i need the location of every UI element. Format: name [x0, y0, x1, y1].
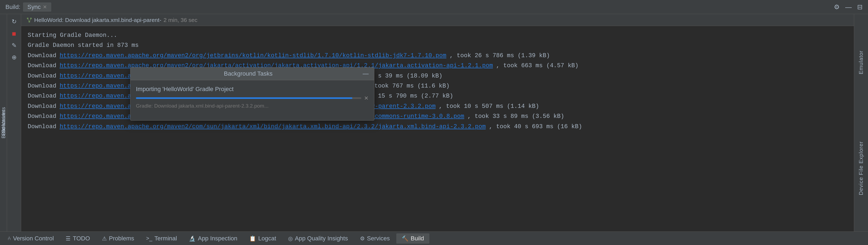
build-tab-icon: 🔨 — [402, 235, 408, 242]
app-inspection-tab-icon: 🔬 — [189, 235, 195, 242]
problems-tab-icon: ⚠ — [102, 235, 107, 242]
log-line: Starting Gradle Daemon... — [28, 30, 847, 40]
pin-icon[interactable]: ✎ — [9, 41, 19, 50]
log-line: Downloadhttps://repo.maven.apache.org/ma… — [28, 51, 847, 61]
build-tab-label: Build — [411, 235, 424, 242]
log-link[interactable]: https://repo.maven.apache.org/maven2/com… — [60, 122, 486, 132]
build-label: Build: — [5, 3, 20, 10]
todo-tab-label: TODO — [73, 235, 90, 242]
build-status-bar: HelloWorld: Download jakarta.xml.bind-ap… — [21, 14, 854, 26]
log-text: Starting Gradle Daemon... — [28, 30, 117, 40]
top-bar: Build: Sync ✕ ⚙ — ⊟ — [0, 0, 868, 14]
progress-cancel-button[interactable]: ✕ — [364, 95, 369, 101]
log-prefix: Download — [28, 91, 56, 101]
bg-task-label: Importing 'HelloWorld' Gradle Project — [136, 85, 369, 93]
log-suffix: , took 33 s 89 ms (3.56 kB) — [467, 111, 564, 121]
log-prefix: Download — [28, 111, 56, 121]
log-line: Gradle Daemon started in 873 ms — [28, 40, 847, 50]
svg-line-3 — [28, 19, 29, 22]
log-line: Downloadhttps://repo.maven.apache.org/ma… — [28, 122, 847, 132]
log-suffix: , took 767 ms (11.6 kB) — [367, 81, 450, 91]
sync-tab-label: Sync — [27, 3, 41, 10]
build-tab[interactable]: 🔨Build — [396, 233, 429, 244]
restore-button[interactable]: ⊟ — [857, 3, 863, 11]
progress-bar-background — [136, 97, 361, 99]
background-tasks-dialog: Background Tasks — Importing 'HelloWorld… — [130, 67, 374, 120]
right-sidebar: Emulator Device File Explorer — [854, 14, 868, 232]
stop-icon[interactable]: ■ — [9, 29, 19, 38]
log-suffix: , took 40 s 693 ms (16 kB) — [489, 122, 582, 132]
left-panel-strip: Structure Bookmarks Build Variants — [0, 14, 7, 232]
version-control-tab-label: Version Control — [13, 235, 54, 242]
main-content: HelloWorld: Download jakarta.xml.bind-ap… — [21, 14, 854, 232]
log-text: Gradle Daemon started in 873 ms — [28, 40, 138, 50]
top-right-icons: ⚙ — ⊟ — [834, 3, 863, 11]
bg-tasks-minimize-button[interactable]: — — [363, 70, 369, 77]
app-quality-insights-tab-icon: ◎ — [288, 235, 293, 242]
search-icon[interactable]: ⊕ — [9, 53, 19, 62]
terminal-tab[interactable]: >_Terminal — [141, 233, 183, 244]
log-suffix: , took 10 s 507 ms (1.14 kB) — [439, 101, 539, 111]
problems-tab[interactable]: ⚠Problems — [97, 233, 140, 244]
progress-row: ✕ — [136, 95, 369, 101]
build-tree-icon — [27, 18, 32, 23]
log-suffix: , took 26 s 786 ms (1.39 kB) — [450, 51, 550, 61]
build-status-time: 2 min, 36 sec — [163, 17, 197, 23]
version-control-tab-icon: ⑃ — [8, 235, 11, 242]
left-sidebar: ↻ ■ ✎ ⊕ — [7, 14, 21, 232]
bg-tasks-body: Importing 'HelloWorld' Gradle Project ✕ … — [130, 80, 374, 120]
services-tab-icon: ⚙ — [360, 235, 365, 242]
log-prefix: Download — [28, 122, 56, 132]
terminal-tab-label: Terminal — [154, 235, 177, 242]
app-inspection-tab[interactable]: 🔬App Inspection — [183, 233, 243, 244]
app-quality-insights-tab[interactable]: ◎App Quality Insights — [283, 233, 353, 244]
sync-icon[interactable]: ↻ — [9, 17, 19, 27]
build-status-text: HelloWorld: Download jakarta.xml.bind-ap… — [34, 17, 161, 23]
terminal-tab-icon: >_ — [146, 235, 152, 242]
bg-task-item: Importing 'HelloWorld' Gradle Project ✕ … — [136, 85, 369, 109]
log-prefix: Download — [28, 61, 56, 71]
todo-tab-icon: ☰ — [66, 235, 70, 242]
progress-bar-fill — [136, 97, 352, 99]
services-tab[interactable]: ⚙Services — [354, 233, 395, 244]
log-prefix: Download — [28, 51, 56, 61]
emulator-label[interactable]: Emulator — [857, 48, 865, 77]
bg-tasks-header: Background Tasks — — [130, 68, 374, 80]
svg-line-4 — [29, 19, 31, 22]
logcat-tab[interactable]: 📋Logcat — [244, 233, 282, 244]
sync-tab[interactable]: Sync ✕ — [23, 2, 51, 12]
logcat-tab-icon: 📋 — [249, 235, 256, 242]
log-link[interactable]: https://repo.maven.apache.org/maven2/org… — [60, 51, 446, 61]
services-tab-label: Services — [367, 235, 390, 242]
log-prefix: Download — [28, 81, 56, 91]
bg-task-subtitle: Gradle: Download jakarta.xml.bind-api-pa… — [136, 103, 369, 109]
sync-tab-close[interactable]: ✕ — [43, 4, 47, 10]
app-inspection-tab-label: App Inspection — [198, 235, 237, 242]
logcat-tab-label: Logcat — [258, 235, 276, 242]
todo-tab[interactable]: ☰TODO — [60, 233, 95, 244]
minimize-button[interactable]: — — [845, 3, 852, 11]
settings-button[interactable]: ⚙ — [834, 3, 840, 11]
device-file-explorer-label[interactable]: Device File Explorer — [857, 139, 865, 198]
log-area[interactable]: Starting Gradle Daemon...Gradle Daemon s… — [21, 26, 854, 232]
log-suffix: , took 663 ms (4.57 kB) — [496, 61, 579, 71]
problems-tab-label: Problems — [109, 235, 134, 242]
build-variants-label[interactable]: Build Variants — [1, 107, 6, 139]
version-control-tab[interactable]: ⑃Version Control — [2, 233, 59, 244]
bottom-tab-bar: ⑃Version Control☰TODO⚠Problems>_Terminal… — [0, 232, 868, 245]
bg-tasks-title: Background Tasks — [136, 70, 361, 77]
app-quality-insights-tab-label: App Quality Insights — [295, 235, 348, 242]
log-prefix: Download — [28, 101, 56, 111]
log-prefix: Download — [28, 71, 56, 81]
